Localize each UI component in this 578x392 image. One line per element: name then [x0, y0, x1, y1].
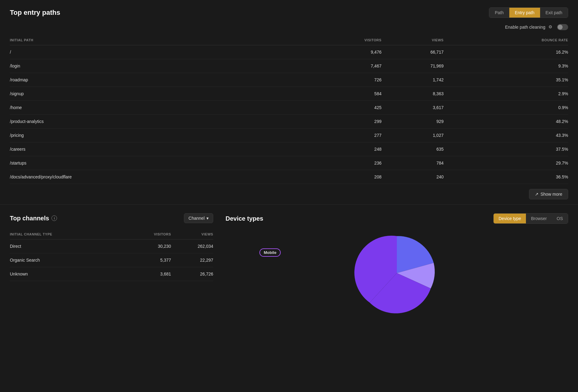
col-header-ch-views: Views	[171, 229, 213, 239]
table-row: /login 7,467 71,969 9.3%	[10, 59, 568, 73]
page-title: Top entry paths	[10, 9, 60, 17]
tab-path[interactable]: Path	[489, 8, 509, 18]
table-row: /docs/advanced/proxy/cloudflare 208 240 …	[10, 170, 568, 184]
path-cell: /startups	[10, 156, 301, 170]
views-cell: 3,617	[381, 101, 444, 115]
ch-views-cell: 262,034	[171, 239, 213, 253]
show-more-row: ↗ Show more	[10, 189, 568, 199]
path-cell: /	[10, 45, 301, 59]
bounce-cell: 37.5%	[444, 142, 568, 156]
col-header-visitors: Visitors	[301, 35, 381, 45]
table-row: / 9,476 66,717 16.2%	[10, 45, 568, 59]
top-channels-section: Top channels i Channel ▾ Initial Channel…	[10, 213, 213, 316]
show-more-label: Show more	[540, 192, 562, 197]
views-cell: 635	[381, 142, 444, 156]
path-cell: /product-analytics	[10, 115, 301, 129]
table-row: Direct 30,230 262,034	[10, 239, 213, 253]
ch-views-cell: 22,297	[171, 253, 213, 267]
views-cell: 8,363	[381, 87, 444, 101]
channel-cell: Direct	[10, 239, 125, 253]
pie-chart-container: Mobile	[226, 230, 568, 316]
path-cell: /docs/advanced/proxy/cloudflare	[10, 170, 301, 184]
path-cell: /roadmap	[10, 73, 301, 87]
views-cell: 929	[381, 115, 444, 129]
views-cell: 784	[381, 156, 444, 170]
path-tab-group: Path Entry path Exit path	[489, 7, 568, 18]
tab-entry-path[interactable]: Entry path	[509, 8, 540, 18]
visitors-cell: 726	[301, 73, 381, 87]
ch-visitors-cell: 5,377	[125, 253, 171, 267]
path-cell: /signup	[10, 87, 301, 101]
table-row: /home 425 3,617 0.9%	[10, 101, 568, 115]
path-cell: /careers	[10, 142, 301, 156]
bounce-cell: 43.3%	[444, 129, 568, 142]
channels-header: Top channels i Channel ▾	[10, 213, 213, 223]
table-row: Unknown 3,681 26,726	[10, 267, 213, 281]
device-types-title: Device types	[226, 215, 263, 222]
visitors-cell: 236	[301, 156, 381, 170]
path-cleaning-label: Enable path cleaning	[505, 25, 545, 30]
show-more-button[interactable]: ↗ Show more	[529, 189, 568, 199]
tab-browser[interactable]: Browser	[526, 214, 552, 223]
device-pie-chart	[344, 230, 449, 316]
visitors-cell: 7,467	[301, 59, 381, 73]
path-cleaning-row: Enable path cleaning ⚙	[10, 24, 568, 30]
path-cell: /login	[10, 59, 301, 73]
table-row: /roadmap 726 1,742 35.1%	[10, 73, 568, 87]
visitors-cell: 299	[301, 115, 381, 129]
path-cell: /home	[10, 101, 301, 115]
channels-title: Top channels i	[10, 215, 57, 222]
col-header-views: Views	[381, 35, 444, 45]
views-cell: 1,027	[381, 129, 444, 142]
channels-table: Initial Channel Type Visitors Views Dire…	[10, 229, 213, 281]
bounce-cell: 35.1%	[444, 73, 568, 87]
bounce-cell: 0.9%	[444, 101, 568, 115]
channel-dropdown[interactable]: Channel ▾	[184, 213, 213, 223]
table-row: /careers 248 635 37.5%	[10, 142, 568, 156]
col-header-channel: Initial Channel Type	[10, 229, 125, 239]
top-section: Top entry paths Path Entry path Exit pat…	[0, 0, 578, 205]
bounce-cell: 48.2%	[444, 115, 568, 129]
mobile-label: Mobile	[259, 248, 281, 257]
expand-icon: ↗	[535, 192, 539, 197]
table-row: /startups 236 784 29.7%	[10, 156, 568, 170]
chevron-down-icon: ▾	[206, 216, 209, 221]
table-row: /signup 584 8,363 2.9%	[10, 87, 568, 101]
table-row: Organic Search 5,377 22,297	[10, 253, 213, 267]
col-header-ch-visitors: Visitors	[125, 229, 171, 239]
visitors-cell: 248	[301, 142, 381, 156]
device-tab-group: Device type Browser OS	[493, 213, 568, 224]
ch-views-cell: 26,726	[171, 267, 213, 281]
path-cell: /pricing	[10, 129, 301, 142]
tab-exit-path[interactable]: Exit path	[540, 8, 568, 18]
channel-cell: Organic Search	[10, 253, 125, 267]
views-cell: 240	[381, 170, 444, 184]
gear-icon[interactable]: ⚙	[548, 24, 554, 30]
table-row: /pricing 277 1,027 43.3%	[10, 129, 568, 142]
views-cell: 1,742	[381, 73, 444, 87]
bounce-cell: 16.2%	[444, 45, 568, 59]
channel-cell: Unknown	[10, 267, 125, 281]
views-cell: 71,969	[381, 59, 444, 73]
path-cleaning-toggle[interactable]	[557, 24, 568, 30]
col-header-bounce: Bounce Rate	[444, 35, 568, 45]
bounce-cell: 2.9%	[444, 87, 568, 101]
views-cell: 66,717	[381, 45, 444, 59]
device-types-header: Device types Device type Browser OS	[226, 213, 568, 224]
ch-visitors-cell: 3,681	[125, 267, 171, 281]
visitors-cell: 425	[301, 101, 381, 115]
bounce-cell: 29.7%	[444, 156, 568, 170]
bounce-cell: 9.3%	[444, 59, 568, 73]
tab-os[interactable]: OS	[552, 214, 568, 223]
bounce-cell: 36.5%	[444, 170, 568, 184]
visitors-cell: 584	[301, 87, 381, 101]
device-types-section: Device types Device type Browser OS Mobi…	[226, 213, 568, 316]
visitors-cell: 277	[301, 129, 381, 142]
table-row: /product-analytics 299 929 48.2%	[10, 115, 568, 129]
visitors-cell: 208	[301, 170, 381, 184]
channel-dropdown-label: Channel	[189, 216, 205, 221]
paths-table: Initial Path Visitors Views Bounce Rate …	[10, 35, 568, 184]
info-icon[interactable]: i	[51, 215, 57, 221]
tab-device-type[interactable]: Device type	[494, 214, 526, 223]
visitors-cell: 9,476	[301, 45, 381, 59]
